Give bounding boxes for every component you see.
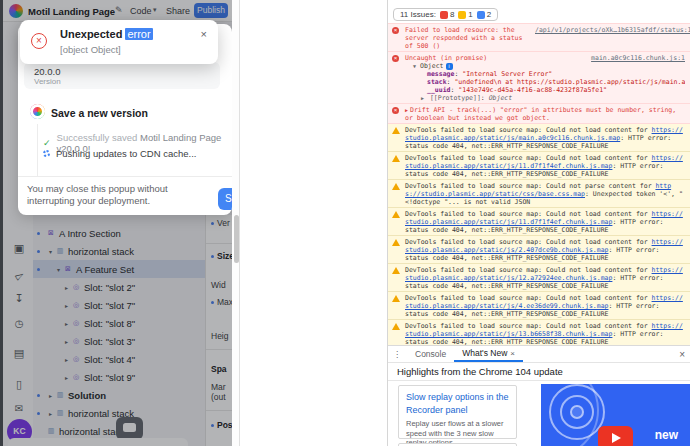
- object-property: __uuid: "143e749c-d45a-4f16-ac88-4232f87…: [405, 86, 685, 94]
- property-value: "Internal Server Error": [462, 70, 552, 78]
- console-error-drift: × ▶Drift API - track(...) "error" in att…: [388, 104, 690, 124]
- version-number: 20.0.0: [34, 66, 60, 77]
- celebrate-icon: [30, 104, 45, 119]
- close-drawer-icon[interactable]: ×: [679, 349, 685, 360]
- object-property: message: "Internal Server Error": [405, 70, 685, 78]
- warning-text: DevTools failed to load source map: Coul…: [405, 322, 685, 345]
- warning-icon: [392, 267, 400, 274]
- scrollbar-thumb[interactable]: [234, 215, 239, 263]
- selected-text: error: [125, 28, 152, 40]
- error-text: Failed to load resource: the server resp…: [405, 26, 531, 50]
- blueprint-ring: [570, 405, 584, 419]
- card-title-link[interactable]: Slow replay options in the Recorder pane…: [406, 391, 509, 417]
- request-location-link[interactable]: /api/v1/projects/oXk…1b6315afdf/status:1: [535, 26, 690, 34]
- info-issues-icon: [477, 11, 485, 19]
- drift-error-text: Drift API - track(...) "error" in attrib…: [405, 106, 676, 122]
- info-issues-count: 2: [487, 10, 491, 19]
- warning-text: DevTools failed to load source map: Coul…: [405, 182, 685, 206]
- error-dialog-body: [object Object]: [60, 44, 121, 55]
- devtools-window: 11 Issues: 8 1 2 × Failed to load resour…: [387, 0, 690, 446]
- step-connector: [37, 124, 38, 176]
- whats-new-header: Highlights from the Chrome 104 update: [388, 363, 690, 381]
- prototype-value: Object: [489, 94, 512, 102]
- close-tab-icon[interactable]: ×: [510, 349, 515, 358]
- uncaught-label: Uncaught (in promise): [405, 54, 487, 62]
- console-error-resource: × Failed to load resource: the server re…: [388, 23, 690, 52]
- error-issues-icon: [440, 11, 448, 19]
- warning-icon: [392, 155, 400, 162]
- console-warning: DevTools failed to load source map: Coul…: [388, 264, 690, 292]
- property-value: "undefined\n at https://studio.plasmic.a…: [454, 78, 685, 86]
- video-thumbnail[interactable]: new: [541, 384, 690, 446]
- card-body: Replay user flows at a slower speed with…: [406, 419, 509, 446]
- scrollbar: [232, 0, 240, 446]
- property-key: message: [427, 70, 454, 78]
- expand-arrow-icon[interactable]: ▶: [405, 107, 408, 113]
- cdn-status-text: Pushing updates to CDN cache...: [56, 148, 196, 159]
- warning-icon: [392, 127, 400, 134]
- whats-new-content: Slow replay options in the Recorder pane…: [388, 381, 690, 446]
- object-property: stack: "undefined\n at https://studio.pl…: [405, 78, 685, 86]
- warning-text: DevTools failed to load source map: Coul…: [405, 294, 685, 318]
- kebab-menu-icon[interactable]: ⋮: [393, 350, 401, 359]
- object-label: Object: [420, 62, 443, 70]
- warning-text: DevTools failed to load source map: Coul…: [405, 154, 685, 178]
- console-warning: DevTools failed to load source map: Coul…: [388, 292, 690, 320]
- info-icon[interactable]: i: [446, 63, 453, 70]
- console-messages: 11 Issues: 8 1 2 × Failed to load resour…: [388, 0, 690, 345]
- warning-issues-icon: [458, 11, 466, 19]
- warning-icon: [392, 211, 400, 218]
- tab-whats-new-label: What's New: [462, 348, 507, 358]
- source-location-link[interactable]: main.a0c9c116.chunk.js:1: [591, 54, 685, 62]
- error-issues-count: 8: [450, 10, 454, 19]
- play-button-icon[interactable]: [598, 426, 633, 446]
- error-icon: ×: [392, 27, 399, 34]
- console-warning: DevTools failed to load source map: Coul…: [388, 124, 690, 152]
- console-warning: DevTools failed to load source map: Coul…: [388, 208, 690, 236]
- collapse-arrow-icon[interactable]: ▼: [413, 62, 416, 70]
- property-key: __uuid: [427, 86, 450, 94]
- warning-text: DevTools failed to load source map: Coul…: [405, 266, 685, 290]
- object-preview[interactable]: ▼ Object i: [405, 62, 685, 70]
- console-warning: DevTools failed to load source map: Coul…: [388, 152, 690, 180]
- error-icon: ×: [392, 107, 399, 114]
- tab-whats-new[interactable]: What's New ×: [454, 346, 523, 362]
- property-value: "143e749c-d45a-4f16-ac88-4232f87a5fe1": [458, 86, 607, 94]
- error-dialog-title: Unexpected error: [60, 28, 153, 40]
- warning-issues-count: 1: [468, 10, 472, 19]
- console-warning: DevTools failed to load source map: Coul…: [388, 236, 690, 264]
- save-version-title: Save a new version: [51, 107, 148, 119]
- prototype-row[interactable]: ▶ [[Prototype]]: Object: [405, 94, 685, 102]
- expand-arrow-icon[interactable]: ▶: [421, 95, 424, 101]
- plasmic-studio-window: Motil Landing Page ✎ Code ▾ Share Publis…: [0, 0, 240, 446]
- error-circle-icon: ×: [31, 33, 47, 49]
- tab-console[interactable]: Console: [407, 346, 454, 362]
- prototype-key: [[Prototype]]: [430, 94, 481, 102]
- warning-icon: [392, 239, 400, 246]
- console-warning: DevTools failed to load source map: Coul…: [388, 320, 690, 345]
- error-icon: ×: [392, 55, 399, 62]
- issues-count-label: 11 Issues:: [400, 10, 436, 19]
- popup-divider: [18, 176, 232, 177]
- warning-text: DevTools failed to load source map: Coul…: [405, 238, 685, 262]
- popup-footer-text: You may close this popup without interru…: [27, 183, 197, 207]
- warning-text: DevTools failed to load source map: Coul…: [405, 210, 685, 234]
- console-error-uncaught: × Uncaught (in promise) main.a0c9c116.ch…: [388, 52, 690, 104]
- spinner-icon: [43, 150, 50, 157]
- property-key: stack: [427, 78, 447, 86]
- warning-icon: [392, 295, 400, 302]
- new-badge: new: [655, 428, 678, 442]
- close-icon[interactable]: ×: [201, 28, 207, 40]
- warning-icon: [392, 323, 400, 330]
- version-box: 20.0.0 Version: [24, 62, 220, 89]
- console-warning: DevTools failed to load source map: Coul…: [388, 180, 690, 208]
- popup-action-button[interactable]: S: [218, 188, 232, 210]
- unexpected-error-dialog: × Unexpected error [object Object] ×: [20, 20, 218, 64]
- version-label: Version: [34, 77, 61, 86]
- whats-new-card[interactable]: Slow replay options in the Recorder pane…: [398, 385, 517, 439]
- issues-bar[interactable]: 11 Issues: 8 1 2: [393, 8, 498, 21]
- warning-icon: [392, 183, 400, 190]
- check-icon: ✓: [43, 138, 51, 148]
- devtools-drawer-tabbar: ⋮ Console What's New × ×: [388, 345, 690, 363]
- cdn-status-row: Pushing updates to CDN cache...: [43, 148, 196, 159]
